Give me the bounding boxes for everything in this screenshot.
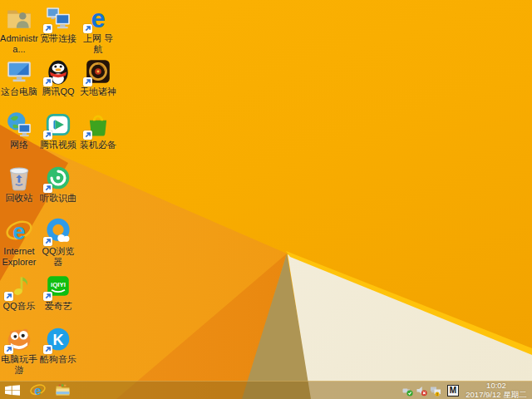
shortcut-arrow-icon [83,131,92,140]
desktop-icon-broadband[interactable]: 宽带连接 [39,4,77,44]
network-globe-icon [5,111,33,139]
desktop-icon-recycle-bin[interactable]: 回收站 [0,164,38,204]
network-warning-icon[interactable] [430,385,441,397]
volume-muted-icon[interactable] [416,385,427,397]
desktop-icon-qq-browser[interactable]: QQ浏览器 [39,217,77,268]
qq-music-note-icon [5,272,33,300]
qq-browser-icon [44,217,72,245]
usb-safely-remove-icon[interactable] [401,385,413,397]
shortcut-arrow-icon [83,77,92,86]
desktop-icon-label: QQ音乐 [0,301,38,312]
desktop-icon-pc-mobile-game[interactable]: 电脑玩手游 [0,325,38,376]
desktop-icon-label: 回收站 [0,193,38,204]
shortcut-arrow-icon [43,345,52,354]
user-folder-icon [5,4,33,32]
shortcut-arrow-icon [43,292,52,301]
desktop-icon-internet-explorer[interactable]: e Internet Explorer [0,217,38,268]
game-dragon-icon [84,57,112,86]
file-explorer-icon [55,382,71,398]
shortcut-arrow-icon [43,131,52,140]
desktop-icon-iqiyi[interactable]: iQIYI 爱奇艺 [39,272,77,312]
desktop-icon-label: 这台电脑 [0,86,38,97]
desktop-icon-label: 听歌识曲 [39,193,77,204]
desktop-icon-user-folder[interactable]: Administra... [0,4,38,55]
app-store-bag-icon [84,111,112,139]
recycle-bin-icon [5,164,33,192]
taskbar-ie-button[interactable]: e [25,382,50,399]
shortcut-arrow-icon [43,77,52,86]
svg-text:e: e [91,4,105,32]
desktop-icon-label: Internet Explorer [0,246,38,268]
desktop-icon-label: 酷狗音乐 [39,354,77,365]
input-method-indicator[interactable]: M [447,385,459,397]
desktop-icon-web-nav[interactable]: e 上网 导航 [79,4,117,55]
taskbar: e [0,381,532,399]
web-nav-e-icon: e [84,4,112,32]
kugou-k-icon: K [44,325,72,353]
shortcut-arrow-icon [43,184,52,193]
desktop-icon-tencent-video[interactable]: 腾讯视频 [39,111,77,150]
shortcut-arrow-icon [83,24,92,33]
monster-game-icon [5,325,33,353]
internet-explorer-icon: e [5,217,33,245]
windows-flag-icon [5,385,20,396]
start-button[interactable] [0,382,25,399]
desktop-icon-label: Administra... [0,33,38,55]
desktop: Administra... 宽带连接 e [0,0,532,399]
desktop-icon-label: 腾讯QQ [39,86,77,97]
clock-time: 10:02 [464,382,529,391]
svg-text:e: e [34,383,41,397]
desktop-icon-label: 天地诸神 [79,86,117,97]
system-tray: M [401,385,459,397]
desktop-icon-zhuangji-bibei[interactable]: 装机必备 [79,111,117,150]
desktop-icon-kugou-music[interactable]: K 酷狗音乐 [39,325,77,365]
desktop-icon-label: 上网 导航 [79,33,117,55]
desktop-icon-game-tiandi[interactable]: 天地诸神 [79,57,117,97]
desktop-icon-qq-music[interactable]: QQ音乐 [0,272,38,312]
shortcut-arrow-icon [43,24,52,33]
desktop-icon-label: 爱奇艺 [39,301,77,312]
internet-explorer-icon: e [30,382,46,398]
clock-date: 2017/9/12 星期二 [464,391,529,399]
music-recognition-icon [44,164,72,192]
svg-text:e: e [12,219,25,244]
desktop-icon-label: 网络 [0,140,38,150]
desktop-icon-label: 装机必备 [79,140,117,150]
desktop-icon-music-recognition[interactable]: 听歌识曲 [39,164,77,204]
desktop-icon-label: 腾讯视频 [39,140,77,150]
desktop-icon-label: QQ浏览器 [39,246,77,268]
broadband-connection-icon [44,4,72,32]
taskbar-explorer-button[interactable] [50,382,75,399]
shortcut-arrow-icon [4,345,13,354]
this-pc-icon [5,57,33,86]
qq-penguin-icon [44,57,72,86]
desktop-icon-label: 宽带连接 [39,33,77,44]
svg-text:K: K [52,332,63,348]
desktop-icon-this-pc[interactable]: 这台电脑 [0,57,38,97]
shortcut-arrow-icon [4,292,13,301]
desktop-icon-tencent-qq[interactable]: 腾讯QQ [39,57,77,97]
shortcut-arrow-icon [43,237,52,246]
desktop-icon-network[interactable]: 网络 [0,111,38,150]
svg-text:iQIYI: iQIYI [51,281,66,288]
desktop-icon-label: 电脑玩手游 [0,354,38,376]
iqiyi-icon: iQIYI [44,272,72,300]
tencent-video-icon [44,111,72,139]
taskbar-clock[interactable]: 10:02 2017/9/12 星期二 [464,382,529,399]
